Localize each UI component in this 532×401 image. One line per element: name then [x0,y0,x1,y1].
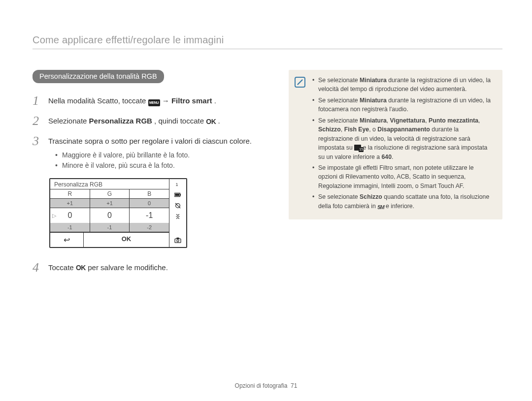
back-button[interactable]: ↩ [50,233,84,247]
megapixel-icon: 5M [377,203,384,209]
arrow-text: → [162,96,171,105]
step-text: . [218,117,220,125]
rgb-header-row: RGB [50,189,169,199]
note-box: Se selezionate Miniatura durante la regi… [289,70,502,219]
note-bold: Schizzo [360,193,382,200]
device-screenshot: Personalizza RGB RGB +1+10 ▷ 00-1 -1-1-2… [49,178,187,248]
note-bold: Schizzo [318,126,341,133]
rgb-cell[interactable]: -1 [129,208,169,223]
step-body: Nella modalità Scatto, toccate MENU → Fi… [48,94,216,107]
step-number: 1 [33,94,41,107]
rgb-column-header: G [90,189,130,198]
svg-line-7 [175,203,180,208]
selection-indicator-icon: ▷ [52,212,56,218]
step-text: Nella modalità Scatto, toccate [48,96,148,105]
note-bold: Fish Eye [344,126,369,133]
rgb-cell: 0 [129,199,169,208]
step-number: 2 [33,114,41,127]
info-icon [295,77,305,88]
camera-icon [174,237,181,243]
rgb-cell: -1 [50,223,90,232]
notes-list: Se selezionate Miniatura durante la regi… [311,76,494,213]
step-number: 4 [33,261,41,274]
rgb-cell: -2 [129,223,169,232]
svg-rect-4 [180,194,181,196]
note-bold: Miniatura [360,77,387,84]
step-body: Toccate OK per salvare le modifiche. [48,261,168,274]
ok-icon: OK [76,263,86,273]
bullet-item: Maggiore è il valore, più brillante è la… [48,150,252,161]
page-header: Come applicare effetti/regolare le immag… [33,34,502,49]
step-text: per salvare le modifiche. [88,263,168,272]
note-bold: Disappannamento [377,126,430,133]
step-2: 2 Selezionate Personalizza RGB , quindi … [33,114,269,127]
rgb-cell: -1 [90,223,130,232]
ok-icon: OK [206,117,216,127]
section-title-pill: Personalizzazione della tonalità RGB [33,70,164,83]
page-number: 71 [291,382,297,389]
device-title: Personalizza RGB [50,179,169,189]
svg-rect-9 [176,238,179,239]
step-text: , quindi toccate [154,117,206,125]
step-text: Trascinate sopra o sotto per regolare i … [48,137,252,145]
rgb-row-top: +1+10 [50,199,169,208]
steps-list: 1 Nella modalità Scatto, toccate MENU → … [33,94,269,171]
page-footer: Opzioni di fotografia 71 [0,382,532,389]
note-bold: Vignettatura [390,117,426,124]
rgb-column-header: R [50,189,90,198]
step-bullets: Maggiore è il valore, più brillante è la… [48,150,252,171]
rgb-row-bottom: -1-1-2 [50,223,169,232]
step-number: 3 [33,134,41,148]
svg-rect-8 [175,239,181,243]
ok-button[interactable]: OK [84,233,169,247]
svg-point-10 [177,240,179,242]
note-item: Se selezionate Miniatura durante la regi… [311,96,494,114]
step-text: Toccate [48,263,76,272]
step-text: Selezionate [48,117,89,125]
note-item: Se selezionate Miniatura durante la regi… [311,76,494,94]
svg-rect-5 [175,194,179,196]
flash-icon [174,203,181,209]
rgb-cell: +1 [50,199,90,208]
rgb-row-mid: 00-1 [50,208,169,223]
footer-section: Opzioni di fotografia [235,382,288,389]
note-bold: 640 [382,154,392,160]
rgb-cell[interactable]: 0 [90,208,130,223]
step-4: 4 Toccate OK per salvare le modifiche. [33,261,269,274]
step-text: . [214,96,216,105]
shot-counter: 1 [175,182,178,187]
rgb-cell: +1 [90,199,130,208]
battery-icon [174,192,181,198]
step-bold: Filtro smart [171,96,212,105]
note-item: Se impostate gli effetti Filtro smart, n… [311,163,494,190]
step-1: 1 Nella modalità Scatto, toccate MENU → … [33,94,269,107]
note-item: Se selezionate Miniatura, Vignettatura, … [311,116,494,161]
stabilizer-icon [174,214,181,219]
fps-icon [354,145,361,151]
device-sidebar: 1 [169,179,186,247]
step-body: Trascinate sopra o sotto per regolare i … [48,134,252,171]
note-bold: Miniatura [360,97,387,104]
step-body: Selezionate Personalizza RGB , quindi to… [48,114,220,127]
rgb-column-header: B [129,189,169,198]
step-3: 3 Trascinate sopra o sotto per regolare … [33,134,269,171]
note-bold: Punto mezzatinta [429,117,478,124]
note-item: Se selezionate Schizzo quando scattate u… [311,192,494,211]
note-bold: Miniatura [360,117,387,124]
menu-icon: MENU [148,99,160,106]
step-bold: Personalizza RGB [89,117,152,125]
bullet-item: Minore è il valore, più scura è la foto. [48,160,252,171]
